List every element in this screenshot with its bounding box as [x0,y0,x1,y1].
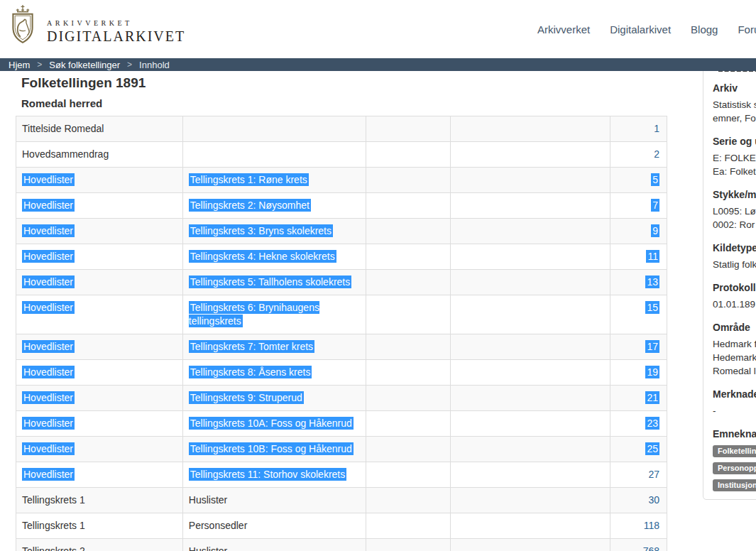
empty-cell [366,539,451,551]
table-row: Tellingskrets 2 Huslister 768 [16,539,667,551]
contents-table: Tittelside Romedal 1 Hovedsammendrag 2 H… [16,116,667,551]
entry-title: Tellingskrets 2 [22,545,85,551]
empty-cell [451,411,610,437]
table-row: Hovedlister Tellingskrets 4: Hekne skole… [16,244,667,270]
coat-of-arms-icon [6,4,40,52]
empty-cell [451,116,610,142]
tag-badge[interactable]: Institusjone [713,479,756,491]
tag-badge[interactable]: Folketelling [713,445,756,457]
empty-cell [451,539,610,551]
sidebar-heading-omrade: Område [713,322,756,333]
empty-cell [366,244,451,270]
breadcrumb-separator: > [127,60,132,70]
page-link[interactable]: 11 [646,250,659,263]
entry-subtitle: Tellingskrets 8: Åsens krets [189,366,312,378]
page-title: Folketellingen 1891 [21,75,146,91]
sidebar-value: Hedemark [713,351,756,364]
entry-subtitle: Tellingskrets 1: Røne krets [189,173,309,186]
page-link[interactable]: 118 [644,520,659,531]
table-row: Hovedlister Tellingskrets 10A: Foss og H… [16,411,667,437]
site-logo[interactable]: ARKIVVERKET DIGITALARKIVET [6,4,185,52]
entry-subtitle: Tellingskrets 3: Bryns skolekrets [189,224,333,237]
empty-cell [451,462,610,488]
table-row: Hovedlister Tellingskrets 5: Tallholens … [16,270,667,295]
sidebar-value: Statistisk s [713,98,756,111]
nav-digitalarkivet[interactable]: Digitalarkivet [610,23,671,36]
empty-cell [366,334,451,360]
entry-title: Hovedlister [22,301,75,314]
nav-forum[interactable]: Forum [738,23,756,36]
empty-cell [366,295,451,334]
entry-title: Hovedlister [22,276,75,288]
entry-title: Hovedlister [22,224,75,237]
page-link[interactable]: 30 [648,494,659,506]
sidebar-value: E: FOLKE [713,151,756,165]
empty-cell [366,411,451,437]
entry-title: Hovedlister [22,417,75,430]
breadcrumb: Hjem > Søk folketellinger > Innhold [0,58,756,71]
empty-cell [366,116,451,142]
entry-title: Hovedlister [22,366,75,378]
empty-cell [451,244,610,270]
empty-cell [366,462,451,488]
empty-cell [451,360,610,386]
breadcrumb-hjem[interactable]: Hjem [9,60,30,70]
page-link[interactable]: 25 [645,442,659,455]
empty-cell [366,360,451,386]
table-row: Hovedlister Tellingskrets 7: Tomter kret… [16,334,667,360]
entry-subtitle: Tellingskrets 10A: Foss og Håkenrud [189,417,354,430]
sidebar-heading-stykke: Stykke/m [713,189,756,200]
sidebar-value: Romedal l [713,364,756,378]
entry-subtitle: Tellingskrets 2: Nøysomhet [189,199,311,212]
breadcrumb-sok-folketellinger[interactable]: Søk folketellinger [49,60,120,70]
tag-badge[interactable]: Personopp [713,462,756,474]
page-link[interactable]: 23 [645,417,659,430]
page-subtitle: Romedal herred [21,97,102,109]
table-row: Hovedsammendrag 2 [16,142,667,168]
entry-title: Hovedlister [22,199,75,212]
empty-cell [366,219,451,244]
sidebar-heading-kildetype: Kildetype [713,242,756,253]
table-row: Hovedlister Tellingskrets 8: Åsens krets… [16,360,667,386]
sidebar-value: 0002: Ror [713,218,756,231]
empty-cell [366,168,451,193]
page-link[interactable]: 1 [654,123,659,134]
empty-cell [451,334,610,360]
empty-cell [451,386,610,411]
sidebar-value: - [713,404,756,418]
page-link[interactable]: 2 [654,148,659,160]
table-row: Hovedlister Tellingskrets 9: Struperud 2… [16,386,667,411]
entry-title: Hovedlister [22,250,75,263]
table-row: Hovedlister Tellingskrets 6: Brynihaugen… [16,295,667,334]
nav-blogg[interactable]: Blogg [691,23,718,36]
empty-cell [366,488,451,513]
source-info-panel: Arkiv Statistisk s emner, Fo Serie og u … [703,60,756,500]
logo-digitalarkivet-text: DIGITALARKIVET [47,28,185,45]
page-link[interactable]: 27 [648,469,659,480]
nav-arkivverket[interactable]: Arkivverket [537,23,590,36]
entry-subtitle: Tellingskrets 5: Tallholens skolekrets [189,276,351,288]
entry-subtitle: Personsedler [189,520,248,531]
page-link[interactable]: 9 [651,224,659,237]
empty-cell [366,513,451,539]
empty-cell [366,142,451,168]
empty-cell [366,386,451,411]
table-row: Hovedlister Tellingskrets 1: Røne krets … [16,168,667,193]
sidebar-value: emner, Fo [713,111,756,125]
page-link[interactable]: 21 [645,391,659,404]
entry-subtitle: Huslister [189,545,227,551]
page-link[interactable]: 13 [645,276,659,288]
page-link[interactable]: 768 [643,545,659,551]
table-row: Tellingskrets 1 Huslister 30 [16,488,667,513]
page-link[interactable]: 17 [645,340,659,353]
sidebar-heading-arkiv: Arkiv [713,82,756,94]
breadcrumb-separator: > [37,60,42,70]
entry-title: Hovedlister [22,391,75,404]
page-link[interactable]: 15 [645,301,659,314]
page-link[interactable]: 5 [651,173,659,186]
entry-subtitle: Tellingskrets 11: Storhov skolekrets [189,468,346,481]
sidebar-heading-serie: Serie og u [713,136,756,147]
page-link[interactable]: 7 [651,199,659,212]
page-link[interactable]: 19 [645,366,659,378]
sidebar-value: L0095: Lø [713,204,756,218]
